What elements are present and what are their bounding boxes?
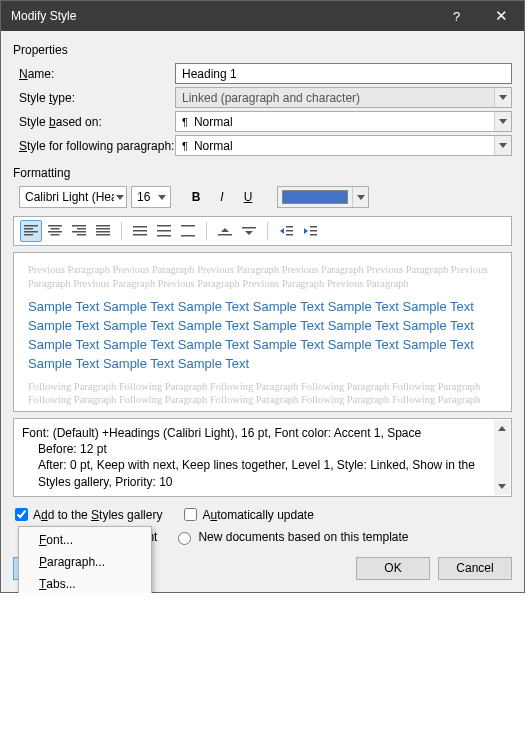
formatting-section-label: Formatting bbox=[13, 166, 512, 180]
preview-sample-text: Sample Text Sample Text Sample Text Samp… bbox=[28, 298, 497, 373]
svg-rect-8 bbox=[24, 231, 38, 233]
decrease-indent-button[interactable] bbox=[275, 220, 297, 242]
add-to-gallery-label: Add to the Styles gallery bbox=[33, 508, 162, 522]
svg-rect-35 bbox=[286, 226, 293, 228]
svg-rect-27 bbox=[157, 235, 171, 237]
svg-marker-34 bbox=[280, 228, 284, 234]
style-type-select: Linked (paragraph and character) bbox=[175, 87, 512, 108]
svg-marker-4 bbox=[158, 195, 166, 200]
scroll-down-icon[interactable] bbox=[498, 479, 506, 495]
svg-rect-6 bbox=[24, 225, 38, 227]
align-right-button[interactable] bbox=[68, 220, 90, 242]
auto-update-label: Automatically update bbox=[202, 508, 313, 522]
style-type-label: Style type: bbox=[13, 91, 175, 105]
space-before-increase-button[interactable] bbox=[214, 220, 236, 242]
align-left-button[interactable] bbox=[20, 220, 42, 242]
svg-rect-31 bbox=[218, 234, 232, 236]
help-button[interactable]: ? bbox=[434, 1, 479, 31]
cancel-button[interactable]: Cancel bbox=[438, 557, 512, 580]
separator bbox=[206, 222, 207, 240]
separator bbox=[121, 222, 122, 240]
ok-button[interactable]: OK bbox=[356, 557, 430, 580]
svg-rect-41 bbox=[310, 234, 317, 236]
svg-rect-15 bbox=[77, 228, 86, 230]
font-family-select[interactable]: Calibri Light (Head bbox=[19, 186, 127, 208]
titlebar: Modify Style ? ✕ bbox=[1, 1, 524, 31]
add-to-gallery-checkbox[interactable] bbox=[15, 508, 28, 521]
svg-rect-17 bbox=[77, 234, 86, 236]
svg-marker-38 bbox=[304, 228, 308, 234]
increase-indent-button[interactable] bbox=[299, 220, 321, 242]
svg-rect-37 bbox=[286, 234, 293, 236]
preview-following-text: Following Paragraph Following Paragraph … bbox=[28, 380, 497, 407]
svg-marker-42 bbox=[498, 426, 506, 431]
spacing-1-button[interactable] bbox=[129, 220, 151, 242]
svg-rect-16 bbox=[72, 231, 86, 233]
modify-style-dialog: Modify Style ? ✕ Properties Name: Style … bbox=[0, 0, 525, 593]
paragraph-icon: ¶ bbox=[182, 140, 188, 152]
font-size-select[interactable]: 16 bbox=[131, 186, 171, 208]
svg-rect-22 bbox=[133, 226, 147, 228]
font-color-select[interactable] bbox=[277, 186, 369, 208]
bold-button[interactable]: B bbox=[185, 186, 207, 208]
svg-marker-2 bbox=[499, 143, 507, 148]
underline-button[interactable]: U bbox=[237, 186, 259, 208]
menu-font[interactable]: Font... bbox=[19, 529, 151, 551]
scroll-up-icon[interactable] bbox=[498, 420, 506, 436]
space-before-decrease-button[interactable] bbox=[238, 220, 260, 242]
dropdown-arrow-icon[interactable] bbox=[494, 112, 511, 131]
dropdown-arrow-icon[interactable] bbox=[494, 136, 511, 155]
svg-rect-18 bbox=[96, 225, 110, 227]
color-swatch bbox=[282, 190, 348, 204]
spacing-15-button[interactable] bbox=[153, 220, 175, 242]
svg-rect-7 bbox=[24, 228, 33, 230]
svg-rect-9 bbox=[24, 234, 33, 236]
svg-rect-32 bbox=[242, 227, 256, 229]
scrollbar[interactable] bbox=[494, 420, 510, 495]
align-center-button[interactable] bbox=[44, 220, 66, 242]
dropdown-arrow-icon[interactable] bbox=[114, 187, 126, 207]
svg-rect-20 bbox=[96, 231, 110, 233]
italic-button[interactable]: I bbox=[211, 186, 233, 208]
svg-rect-23 bbox=[133, 230, 147, 232]
svg-rect-13 bbox=[51, 234, 60, 236]
svg-rect-10 bbox=[48, 225, 62, 227]
format-menu: Font... Paragraph... Tabs... Border... L… bbox=[18, 526, 152, 593]
svg-rect-29 bbox=[181, 235, 195, 237]
svg-rect-36 bbox=[286, 230, 293, 232]
svg-marker-43 bbox=[498, 484, 506, 489]
based-on-label: Style based on: bbox=[13, 115, 175, 129]
new-documents-radio[interactable]: New documents based on this template bbox=[173, 529, 408, 545]
svg-rect-28 bbox=[181, 225, 195, 227]
svg-marker-5 bbox=[357, 195, 365, 200]
svg-rect-14 bbox=[72, 225, 86, 227]
align-justify-button[interactable] bbox=[92, 220, 114, 242]
svg-marker-30 bbox=[221, 228, 229, 232]
svg-rect-40 bbox=[310, 230, 317, 232]
preview-pane: Previous Paragraph Previous Paragraph Pr… bbox=[13, 252, 512, 412]
preview-previous-text: Previous Paragraph Previous Paragraph Pr… bbox=[28, 263, 497, 290]
following-paragraph-select[interactable]: ¶Normal bbox=[175, 135, 512, 156]
menu-paragraph[interactable]: Paragraph... bbox=[19, 551, 151, 573]
svg-marker-0 bbox=[499, 95, 507, 100]
based-on-select[interactable]: ¶Normal bbox=[175, 111, 512, 132]
svg-rect-24 bbox=[133, 234, 147, 236]
paragraph-icon: ¶ bbox=[182, 116, 188, 128]
style-description: Font: (Default) +Headings (Calibri Light… bbox=[13, 418, 512, 497]
dropdown-arrow-icon[interactable] bbox=[352, 187, 368, 207]
paragraph-toolbar bbox=[13, 216, 512, 246]
dropdown-arrow-icon[interactable] bbox=[155, 187, 169, 207]
dropdown-arrow-icon bbox=[494, 88, 511, 107]
close-button[interactable]: ✕ bbox=[479, 1, 524, 31]
properties-section-label: Properties bbox=[13, 43, 512, 57]
dialog-title: Modify Style bbox=[11, 9, 434, 23]
svg-rect-39 bbox=[310, 226, 317, 228]
auto-update-checkbox[interactable] bbox=[184, 508, 197, 521]
svg-rect-26 bbox=[157, 230, 171, 232]
name-input[interactable] bbox=[175, 63, 512, 84]
svg-marker-33 bbox=[245, 231, 253, 235]
menu-tabs[interactable]: Tabs... bbox=[19, 573, 151, 593]
svg-rect-12 bbox=[48, 231, 62, 233]
spacing-2-button[interactable] bbox=[177, 220, 199, 242]
following-paragraph-label: Style for following paragraph: bbox=[13, 139, 175, 153]
